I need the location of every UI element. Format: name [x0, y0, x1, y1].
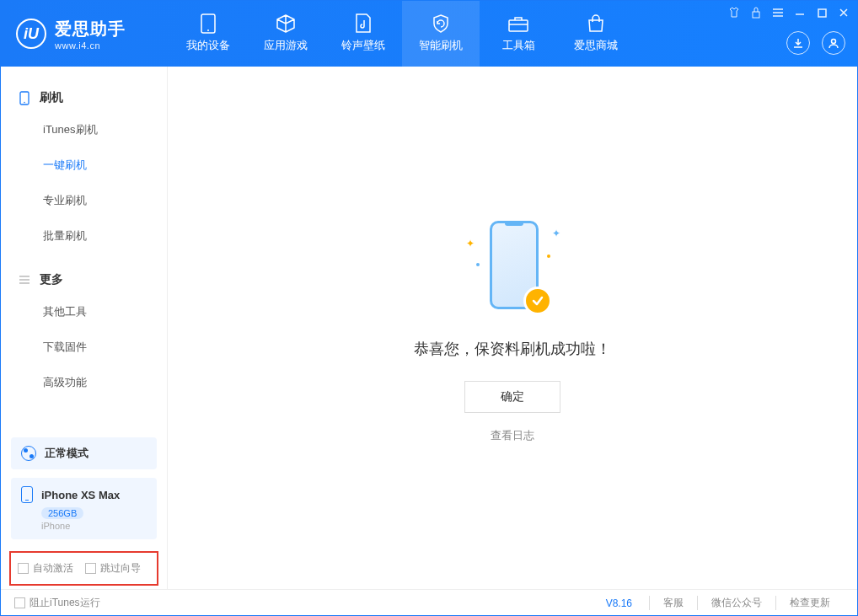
phone-icon	[18, 91, 31, 104]
tab-store[interactable]: 爱思商城	[557, 1, 635, 67]
app-title: 爱思助手	[55, 18, 126, 40]
sparkle-icon: ✦	[552, 228, 560, 239]
checkbox-skip-guide[interactable]: 跳过向导	[85, 561, 141, 576]
dot-icon	[547, 254, 550, 258]
user-button[interactable]	[822, 31, 845, 55]
sidebar-section-more: 更多	[1, 265, 167, 294]
dot-icon	[476, 263, 480, 266]
app-subtitle: www.i4.cn	[55, 40, 126, 51]
device-phone-icon	[21, 486, 33, 503]
footer-link-support[interactable]: 客服	[649, 596, 697, 610]
nav-tabs: 我的设备 应用游戏 铃声壁纸 智能刷机 工具箱 爱思商城	[169, 1, 635, 67]
device-box[interactable]: iPhone XS Max 256GB iPhone	[11, 478, 157, 539]
sidebar-item-pro-flash[interactable]: 专业刷机	[1, 183, 167, 218]
mode-box[interactable]: 正常模式	[11, 437, 157, 469]
sidebar-item-itunes-flash[interactable]: iTunes刷机	[1, 112, 167, 147]
checkbox-block-itunes[interactable]: 阻止iTunes运行	[14, 596, 100, 610]
app-logo-icon: iU	[16, 19, 46, 49]
music-file-icon	[352, 14, 374, 33]
device-type: iPhone	[41, 521, 147, 531]
version-label: V8.16	[606, 597, 632, 609]
list-icon	[18, 273, 31, 287]
footer-link-update[interactable]: 检查更新	[775, 596, 844, 610]
device-storage-badge: 256GB	[41, 507, 83, 519]
checkmark-badge-icon	[523, 287, 552, 315]
cube-icon	[275, 14, 297, 33]
logo-area: iU 爱思助手 www.i4.cn	[1, 18, 169, 51]
footer: 阻止iTunes运行 V8.16 客服 微信公众号 检查更新	[1, 589, 857, 616]
tab-ringtone-wallpaper[interactable]: 铃声壁纸	[324, 1, 402, 67]
tab-apps-games[interactable]: 应用游戏	[247, 1, 324, 67]
success-illustration: ✦ ✦	[458, 212, 567, 322]
success-message: 恭喜您，保资料刷机成功啦！	[414, 339, 611, 359]
checkbox-auto-activate[interactable]: 自动激活	[18, 561, 73, 576]
sidebar-section-flash: 刷机	[1, 83, 167, 112]
close-icon[interactable]	[837, 6, 850, 19]
minimize-icon[interactable]	[793, 6, 807, 19]
menu-icon[interactable]	[771, 6, 785, 19]
shirt-icon[interactable]	[727, 6, 741, 19]
svg-rect-3	[753, 12, 759, 18]
toolbox-icon	[507, 14, 529, 33]
ok-button[interactable]: 确定	[464, 381, 560, 413]
sidebar-item-advanced[interactable]: 高级功能	[1, 365, 167, 400]
svg-point-1	[207, 29, 209, 31]
options-box: 自动激活 跳过向导	[9, 551, 158, 586]
bag-icon	[585, 14, 607, 33]
svg-point-5	[832, 40, 836, 44]
footer-link-wechat[interactable]: 微信公众号	[697, 596, 775, 610]
sparkle-icon: ✦	[466, 238, 475, 249]
sidebar-item-other-tools[interactable]: 其他工具	[1, 294, 167, 329]
tab-smart-flash[interactable]: 智能刷机	[402, 1, 480, 67]
sidebar-item-batch-flash[interactable]: 批量刷机	[1, 218, 167, 254]
main-content: ✦ ✦ 恭喜您，保资料刷机成功啦！ 确定 查看日志	[168, 67, 857, 589]
mode-icon	[21, 446, 36, 461]
mode-label: 正常模式	[45, 446, 88, 461]
sidebar: 刷机 iTunes刷机 一键刷机 专业刷机 批量刷机 更多 其他工具 下载固件 …	[1, 67, 168, 589]
view-log-link[interactable]: 查看日志	[491, 428, 534, 443]
device-name: iPhone XS Max	[41, 489, 120, 501]
tab-toolbox[interactable]: 工具箱	[480, 1, 557, 67]
lock-icon[interactable]	[749, 6, 763, 19]
refresh-shield-icon	[430, 14, 452, 33]
svg-rect-2	[509, 20, 528, 31]
sidebar-item-download-firmware[interactable]: 下载固件	[1, 329, 167, 365]
maximize-icon[interactable]	[815, 6, 829, 19]
header: iU 爱思助手 www.i4.cn 我的设备 应用游戏 铃声壁纸 智能刷机 工具…	[1, 1, 857, 67]
svg-rect-4	[818, 9, 826, 17]
download-button[interactable]	[786, 31, 810, 55]
svg-point-7	[24, 101, 25, 103]
window-controls	[727, 6, 850, 19]
sidebar-item-oneclick-flash[interactable]: 一键刷机	[1, 147, 167, 183]
device-icon	[197, 14, 219, 33]
tab-my-device[interactable]: 我的设备	[169, 1, 247, 67]
